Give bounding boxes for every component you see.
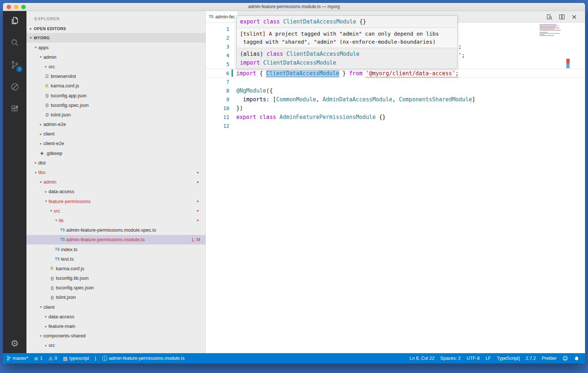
tree-file-tsconfig.spec.json[interactable]: {}tsconfig.spec.json xyxy=(26,100,205,110)
tree-item-label: apps xyxy=(38,45,49,50)
chevron-down-icon: ▾ xyxy=(43,199,49,203)
close-editor-icon[interactable]: × xyxy=(571,14,577,20)
tree-folder-src[interactable]: ▸src xyxy=(26,341,205,350)
status-item-warning-count[interactable]: ⚠0 xyxy=(49,356,57,361)
tree-folder-feature-main[interactable]: ▸feature-main xyxy=(26,321,205,331)
status-item-encoding[interactable]: UTF-8 xyxy=(467,356,480,361)
tree-item-label: tsconfig.lib.json xyxy=(56,275,89,281)
minimap[interactable] xyxy=(539,24,564,36)
tree-file-browserslist[interactable]: ☰browserslist xyxy=(26,72,205,81)
code-line-11[interactable]: 11export class AdminFeaturePermissionsMo… xyxy=(206,113,585,122)
zoom-window-button[interactable] xyxy=(21,5,26,9)
code-line-text: imports: [CommonModule, AdminDataAccessM… xyxy=(236,95,475,104)
tree-folder-libs[interactable]: ▾libs● xyxy=(26,167,205,177)
tree-file-tsconfig.spec.json[interactable]: {}tsconfig.spec.json xyxy=(26,283,205,293)
tree-folder-client[interactable]: ▸client xyxy=(26,129,205,139)
open-preview-icon[interactable] xyxy=(546,14,552,20)
split-editor-icon[interactable] xyxy=(559,14,565,20)
tree-item-label: browserslist xyxy=(51,73,76,79)
tree-file-tsconfig.app.json[interactable]: {}tsconfig.app.json xyxy=(26,91,205,100)
tree-file-karma.conf.js[interactable]: Kkarma.conf.js xyxy=(26,81,205,91)
error-icon: ⊘ xyxy=(34,356,38,361)
status-item-label: UTF-8 xyxy=(467,356,480,361)
code-editor[interactable]: 123;4';56import { ClientDataAccessModule… xyxy=(206,23,585,353)
line-number: 5 xyxy=(206,60,229,69)
code-line-7[interactable]: 7 xyxy=(206,77,585,86)
status-item-label: admin-feature-permissions.module.ts xyxy=(109,356,185,361)
status-item-label: | xyxy=(95,356,96,361)
tree-file-test.ts[interactable]: TStest.ts xyxy=(26,254,205,264)
code-line-text: }) xyxy=(236,104,243,113)
tree-folder-src[interactable]: ▾src● xyxy=(26,206,205,216)
search-activity-icon[interactable] xyxy=(7,35,23,51)
explorer-activity-icon[interactable] xyxy=(7,12,23,29)
debug-activity-icon[interactable] xyxy=(7,79,23,95)
tree-item-label: tsconfig.spec.json xyxy=(51,102,89,108)
tree-folder-admin[interactable]: ▾admin● xyxy=(26,177,205,187)
tree-file-admin-feature-permissions.module.spec.ts[interactable]: TSadmin-feature-permissions.module.spec.… xyxy=(26,225,205,235)
status-item-label: master* xyxy=(12,356,28,361)
tree-folder-src[interactable]: ▸src xyxy=(26,62,205,71)
tree-file-.gitkeep[interactable]: ◈.gitkeep xyxy=(26,148,205,158)
tree-folder-admin[interactable]: ▾admin xyxy=(26,52,205,62)
status-item-eol[interactable]: LF xyxy=(485,356,491,361)
status-item-feedback[interactable]: ☺ xyxy=(562,356,568,361)
line-number: 9 xyxy=(206,95,229,104)
tree-folder-dist[interactable]: ▸dist xyxy=(26,158,205,167)
tree-file-karma.conf.js[interactable]: Kkarma.conf.js xyxy=(26,264,205,273)
tab-label: admin-feature-permissions.module.ts xyxy=(215,14,234,19)
tree-folder-components-shared[interactable]: ▾components-shared xyxy=(26,331,205,341)
title-bar[interactable]: admin-feature-permissions.module.ts — my… xyxy=(3,3,585,11)
tree-folder-data-access[interactable]: ▸data-access xyxy=(26,187,205,196)
tree-file-tslint.json[interactable]: {}tslint.json xyxy=(26,293,205,302)
document-icon: ▤ xyxy=(63,356,68,361)
minimize-window-button[interactable] xyxy=(14,5,18,9)
close-window-button[interactable] xyxy=(7,5,11,9)
status-item-language-mode[interactable]: TypeScript] xyxy=(497,356,520,361)
tree-folder-admin-e2e[interactable]: ▸admin-e2e xyxy=(26,120,205,129)
code-line-6[interactable]: 6import { ClientDataAccessModule } from … xyxy=(206,69,585,77)
open-editors-section-header[interactable]: ▸ OPEN EDITORS xyxy=(26,24,205,33)
tree-item-label: lib xyxy=(59,218,64,223)
tree-file-admin-feature-permissions.module.ts[interactable]: TSadmin-feature-permissions.module.ts1, … xyxy=(26,235,205,245)
status-item-notifications[interactable] xyxy=(574,356,579,361)
warning-icon: ⚠ xyxy=(49,356,53,361)
tree-folder-feature-permissions[interactable]: ▾feature-permissions● xyxy=(26,196,205,206)
tree-item-label: admin xyxy=(43,54,56,60)
tree-folder-apps[interactable]: ▾apps xyxy=(26,43,205,52)
code-line-10[interactable]: 10}) xyxy=(206,104,585,113)
tree-folder-client-e2e[interactable]: ▸client-e2e xyxy=(26,139,205,148)
workspace-section-header[interactable]: ▾ MYORG xyxy=(26,33,205,43)
status-item-prettier[interactable]: Prettier xyxy=(542,356,556,361)
tree-folder-client[interactable]: ▾client xyxy=(26,302,205,312)
settings-gear-icon[interactable]: ⚙ xyxy=(3,339,26,348)
status-item-active-file-status[interactable]: iadmin-feature-permissions.module.ts xyxy=(102,356,185,361)
tree-folder-lib[interactable]: ▾lib● xyxy=(26,216,205,225)
code-line-8[interactable]: 8@NgModule({ xyxy=(206,86,585,95)
tree-item-label: admin-feature-permissions.module.ts xyxy=(66,237,145,242)
tree-folder-data-access[interactable]: ▸data-access xyxy=(26,312,205,321)
status-item-typescript-version[interactable]: 2.7.2 xyxy=(526,356,536,361)
code-line-9[interactable]: 9 imports: [CommonModule, AdminDataAcces… xyxy=(206,95,585,104)
tree-file-index.ts[interactable]: TSindex.ts xyxy=(26,245,205,254)
status-item-error-count[interactable]: ⊘1 xyxy=(34,356,43,361)
status-item-cursor-position[interactable]: Ln 6, Col 22 xyxy=(410,356,434,361)
status-item-label: typescript xyxy=(69,356,89,361)
tree-item-label: client xyxy=(43,131,54,137)
tree-file-tsconfig.lib.json[interactable]: {}tsconfig.lib.json xyxy=(26,274,205,283)
line-number: 3 xyxy=(206,42,229,51)
tree-file-tslint.json[interactable]: {}tslint.json xyxy=(26,110,205,119)
line-number: 6 xyxy=(206,69,229,77)
code-line-12[interactable]: 12 xyxy=(206,122,585,130)
status-bar-right: Ln 6, Col 22Spaces: 2UTF-8LFTypeScript]2… xyxy=(410,356,579,361)
ts-file-icon: TS xyxy=(59,228,66,232)
status-item-tslint-status[interactable]: ▤typescript xyxy=(63,356,89,361)
source-control-activity-icon[interactable]: 3 xyxy=(7,57,23,73)
tab-admin-feature-permissions-module[interactable]: TS admin-feature-permissions.module.ts xyxy=(206,11,238,22)
file-tree: ▾apps▾admin▸src☰browserslistKkarma.conf.… xyxy=(26,43,205,350)
extensions-activity-icon[interactable] xyxy=(7,101,23,117)
tooltip-signature: export class ClientDataAccessModule {} xyxy=(237,16,457,28)
tree-item-label: .gitkeep xyxy=(46,151,62,156)
status-item-indentation[interactable]: Spaces: 2 xyxy=(440,356,461,361)
status-item-git-branch[interactable]: master* xyxy=(7,356,28,361)
